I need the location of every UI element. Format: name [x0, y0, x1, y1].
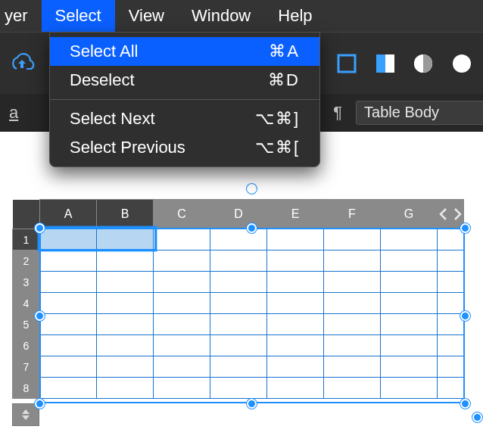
cell[interactable]: [40, 335, 97, 356]
cell[interactable]: [324, 293, 381, 314]
circle-filled-icon[interactable]: [450, 50, 475, 77]
col-scroll-nav[interactable]: [438, 200, 464, 229]
cell-a1[interactable]: [40, 229, 97, 250]
cell[interactable]: [154, 335, 210, 356]
upload-cloud-icon[interactable]: [9, 50, 35, 77]
cell[interactable]: [210, 272, 267, 293]
menu-help[interactable]: Help: [264, 0, 326, 32]
col-header-c[interactable]: C: [154, 200, 210, 229]
cell[interactable]: [324, 356, 381, 378]
cell[interactable]: [97, 378, 154, 399]
cell[interactable]: [97, 314, 154, 335]
row-header-2[interactable]: 2: [13, 250, 40, 272]
cell[interactable]: [210, 293, 267, 314]
cell[interactable]: [438, 293, 464, 314]
resize-handle-s[interactable]: [247, 399, 257, 409]
cell[interactable]: [40, 356, 97, 378]
cell[interactable]: [267, 378, 324, 399]
cell[interactable]: [267, 356, 324, 378]
cell[interactable]: [40, 293, 97, 314]
cell[interactable]: [381, 293, 438, 314]
col-header-f[interactable]: F: [324, 200, 381, 229]
col-header-g[interactable]: G: [381, 200, 438, 229]
cell[interactable]: [154, 229, 210, 250]
col-header-a[interactable]: A: [40, 200, 97, 229]
menuitem-deselect[interactable]: Deselect ⌘D: [50, 66, 319, 95]
cell-b1[interactable]: [97, 229, 154, 250]
row-header-1[interactable]: 1: [13, 229, 40, 250]
cell[interactable]: [40, 272, 97, 293]
cell[interactable]: [40, 378, 97, 399]
cell[interactable]: [324, 250, 381, 272]
add-corner-handle[interactable]: [472, 412, 482, 422]
cell[interactable]: [324, 335, 381, 356]
resize-handle-n[interactable]: [247, 223, 257, 233]
paragraph-style-field[interactable]: Table Body: [356, 101, 483, 125]
cell[interactable]: [438, 229, 464, 250]
resize-handle-e[interactable]: [460, 311, 470, 321]
resize-handle-ne[interactable]: [460, 223, 470, 233]
resize-handle-nw[interactable]: [35, 223, 45, 233]
table-object[interactable]: A B C D E F G 1 2 3 4 5 6 7 8: [12, 199, 464, 399]
cell[interactable]: [438, 272, 464, 293]
menuitem-select-all[interactable]: Select All ⌘A: [50, 37, 319, 66]
cell[interactable]: [381, 250, 438, 272]
cell[interactable]: [210, 250, 267, 272]
cell[interactable]: [210, 356, 267, 378]
menuitem-select-next[interactable]: Select Next ⌥⌘]: [50, 104, 319, 133]
cell[interactable]: [97, 250, 154, 272]
cell[interactable]: [267, 335, 324, 356]
row-header-3[interactable]: 3: [13, 272, 40, 293]
cell[interactable]: [267, 314, 324, 335]
cell[interactable]: [438, 378, 464, 399]
cell[interactable]: [210, 378, 267, 399]
cell[interactable]: [381, 229, 438, 250]
cell[interactable]: [154, 250, 210, 272]
document-canvas[interactable]: A B C D E F G 1 2 3 4 5 6 7 8: [0, 168, 483, 448]
cell[interactable]: [267, 293, 324, 314]
character-style-icon[interactable]: a: [9, 103, 18, 123]
cell[interactable]: [97, 272, 154, 293]
square-filled-icon[interactable]: [373, 50, 398, 77]
cell[interactable]: [154, 356, 210, 378]
cell[interactable]: [154, 272, 210, 293]
menu-view[interactable]: View: [115, 0, 178, 32]
col-header-b[interactable]: B: [97, 200, 154, 229]
cell[interactable]: [267, 272, 324, 293]
cell[interactable]: [324, 272, 381, 293]
pilcrow-icon[interactable]: ¶: [333, 103, 342, 123]
menu-window[interactable]: Window: [178, 0, 264, 32]
cell[interactable]: [97, 335, 154, 356]
cell[interactable]: [324, 314, 381, 335]
row-header-7[interactable]: 7: [13, 356, 40, 378]
row-header-6[interactable]: 6: [13, 335, 40, 356]
cell[interactable]: [438, 356, 464, 378]
row-header-4[interactable]: 4: [13, 293, 40, 314]
cell[interactable]: [40, 250, 97, 272]
cell[interactable]: [381, 335, 438, 356]
row-header-8[interactable]: 8: [13, 378, 40, 399]
menuitem-select-previous[interactable]: Select Previous ⌥⌘[: [50, 133, 319, 162]
cell[interactable]: [210, 335, 267, 356]
cell[interactable]: [40, 314, 97, 335]
circle-split-icon[interactable]: [411, 50, 436, 77]
cell[interactable]: [324, 229, 381, 250]
cell[interactable]: [210, 229, 267, 250]
cell[interactable]: [381, 314, 438, 335]
square-outline-icon[interactable]: [335, 50, 360, 77]
menu-select[interactable]: Select: [42, 0, 115, 32]
cell[interactable]: [154, 314, 210, 335]
column-handle[interactable]: [247, 184, 257, 194]
cell[interactable]: [438, 335, 464, 356]
resize-handle-w[interactable]: [35, 311, 45, 321]
cell[interactable]: [154, 378, 210, 399]
cell[interactable]: [438, 250, 464, 272]
cell[interactable]: [267, 229, 324, 250]
spreadsheet-table[interactable]: A B C D E F G 1 2 3 4 5 6 7 8: [12, 199, 464, 399]
cell[interactable]: [154, 293, 210, 314]
col-header-e[interactable]: E: [267, 200, 324, 229]
cell[interactable]: [267, 250, 324, 272]
resize-handle-sw[interactable]: [35, 399, 45, 409]
cell[interactable]: [210, 314, 267, 335]
cell[interactable]: [381, 378, 438, 399]
